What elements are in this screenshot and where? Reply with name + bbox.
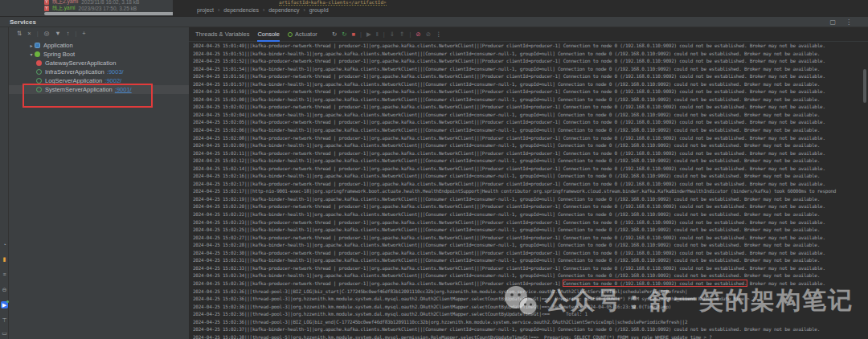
log-line: 2024-04-25 15:02:23||[kafka-producer-net… <box>193 219 866 227</box>
pom-xml-fragment: artifactId>kafka-clients</artifactId> <box>279 0 387 6</box>
expand-all-icon[interactable]: ⇅ <box>17 30 22 37</box>
spring-boot-icon <box>35 51 40 57</box>
restart-icon[interactable]: ↻ <box>332 31 337 38</box>
breadcrumb-separator-icon: › <box>263 7 264 13</box>
tree-item-log-server[interactable]: LogServerApplication :9002/ <box>9 76 189 85</box>
add-service-icon[interactable]: + <box>82 30 85 37</box>
panel-title: Services <box>10 18 36 26</box>
tab-label: Actuator <box>295 27 317 42</box>
tool-window-stripe: ◔ ▮ ≡ ⊖ ▶ ⊤ ▭ <box>0 27 9 339</box>
log-line: 2024-04-25 15:02:36||[thread-pool-3]|BIZ… <box>193 318 866 326</box>
actuator-icon <box>288 32 293 37</box>
rerun-icon[interactable]: ↻ <box>342 31 346 38</box>
view-options-icon[interactable]: ◎ <box>44 30 50 37</box>
file-row[interactable]: Y 线上.yaml 2023/9/23 17:50, 3.25 kB <box>44 5 137 12</box>
todo-icon[interactable]: ▮ <box>1 255 8 263</box>
services-tree-panel: ⇅ × | ◎ ▼ ↑ | + ▸ Application ▾ Spring B… <box>9 27 189 339</box>
log-line: 2024-04-25 15:01:51||[kafka-binder-healt… <box>193 50 866 58</box>
log-line: 2024-04-25 15:02:22||[kafka-binder-healt… <box>193 210 866 219</box>
log-line: 2024-04-25 15:01:56||[kafka-producer-net… <box>193 72 866 80</box>
log-line: 2024-04-25 15:02:34||[kafka-binder-healt… <box>193 272 866 280</box>
collapse-all-icon[interactable]: × <box>27 30 31 37</box>
tree-item-spring-boot[interactable]: ▾ Spring Boot <box>9 50 189 59</box>
scroll-up-icon[interactable]: ⇑ <box>399 31 404 38</box>
console-panel: Threads & Variables Console Actuator ↻ ↻… <box>189 27 868 339</box>
tab-threads-variables[interactable]: Threads & Variables <box>195 27 249 42</box>
filter-icon[interactable]: ▼ <box>55 30 60 37</box>
log-line: 2024-04-25 15:02:33||[kafka-producer-net… <box>193 264 866 272</box>
structure-icon[interactable]: ≡ <box>1 271 8 278</box>
log-line: 2024-04-25 15:02:14||[kafka-producer-net… <box>193 165 866 173</box>
toolbar-separator: | <box>409 31 411 38</box>
recent-files-popup: Y 线上2.yaml 2023/11/8 16:02, 3.18 kB Y 线上… <box>0 0 173 16</box>
resume-icon[interactable]: ▶ <box>366 31 371 38</box>
log-line: 2024-04-25 15:02:36||[thread-pool-3]|org… <box>193 310 866 318</box>
running-status-icon <box>36 78 42 84</box>
breadcrumb: project › dependencies › dependency › gr… <box>197 7 329 13</box>
stop-icon[interactable]: ■ <box>351 31 355 38</box>
rollup-icon[interactable]: ↑ <box>67 30 70 37</box>
vertical-scrollbar[interactable] <box>863 69 866 103</box>
port-link[interactable]: :9003/ <box>107 68 124 76</box>
pause-icon[interactable]: ‖ <box>376 31 379 38</box>
tree-item-label: InfraServerApplication <box>45 68 104 76</box>
log-line: 2024-04-25 15:02:00||[kafka-binder-healt… <box>193 96 866 104</box>
scroll-down-icon[interactable]: ⇓ <box>390 31 395 38</box>
tab-console[interactable]: Console <box>257 27 280 42</box>
tree-item-infra-server[interactable]: InfraServerApplication :9003/ <box>9 67 189 76</box>
log-line: 2024-04-25 15:02:08||[kafka-producer-net… <box>193 134 866 142</box>
profiler-icon[interactable]: ◔ <box>1 241 8 248</box>
log-line: 2024-04-25 15:02:36||[thread-pool-3]|org… <box>193 303 866 311</box>
annotation-box-log: Connection to node 0 (/192.168.0.110:909… <box>563 280 747 286</box>
toolbar-separator: | <box>360 31 362 38</box>
more-options-icon[interactable]: ⋮ <box>845 18 852 26</box>
log-line: 2024-04-25 15:02:28||[kafka-binder-healt… <box>193 241 866 249</box>
stopped-status-icon <box>36 60 42 66</box>
log-line: 2024-04-25 15:02:27||[kafka-producer-net… <box>193 234 866 242</box>
breadcrumb-item[interactable]: dependencies <box>223 7 259 13</box>
build-icon[interactable]: ⊤ <box>1 317 8 324</box>
services-toolbar: ⇅ × | ◎ ▼ ↑ | + <box>17 30 86 37</box>
port-link[interactable]: :9002/ <box>104 77 121 84</box>
chevron-down-icon[interactable]: ▾ <box>28 51 35 57</box>
tab-actuator[interactable]: Actuator <box>288 27 317 42</box>
breadcrumb-item[interactable]: groupId <box>309 7 329 13</box>
log-line: 2024-04-25 15:02:09||[kafka-binder-healt… <box>193 141 866 149</box>
log-line: 2024-04-25 15:02:05||[kafka-producer-net… <box>193 118 866 126</box>
log-line: 2024-04-25 15:02:11||[kafka-producer-net… <box>193 149 866 157</box>
log-line: 2024-04-25 15:02:02||[kafka-producer-net… <box>193 103 866 111</box>
application-icon <box>35 43 40 48</box>
log-line: 2024-04-25 15:02:36||[kafka-producer-net… <box>193 280 866 288</box>
more-icon[interactable]: ⋮ <box>436 31 442 38</box>
breadcrumb-separator-icon: › <box>218 7 219 13</box>
log-line: 2024-04-25 15:02:25||[kafka-binder-healt… <box>193 226 866 234</box>
tree-item-application[interactable]: ▸ Application <box>9 41 189 50</box>
breadcrumb-item[interactable]: dependency <box>268 7 299 13</box>
chevron-right-icon[interactable]: ▸ <box>28 43 35 48</box>
tree-item-system-server[interactable]: SystemServerApplication :9001/ <box>9 85 189 94</box>
problems-icon[interactable]: ⊖ <box>1 286 8 293</box>
horizontal-scrollbar[interactable] <box>44 12 173 15</box>
log-line: 2024-04-25 15:02:36||[thread-pool-3]|BIZ… <box>193 288 866 296</box>
log-line: 2024-04-25 15:02:17||[kafka-producer-net… <box>193 180 866 188</box>
services-icon[interactable]: ▶ <box>1 301 8 308</box>
run-toolbar: ↻ ↻ ■ | ▶ ‖ | ⇓ ⇑ | ⊘ ⊘ ⋮ <box>332 31 442 38</box>
console-tab-bar: Threads & Variables Console Actuator ↻ ↻… <box>189 27 868 42</box>
terminal-icon[interactable]: ▭ <box>1 329 8 337</box>
tree-item-label: SystemServerApplication <box>45 86 113 93</box>
tree-item-label: Application <box>43 42 73 49</box>
breadcrumb-item[interactable]: project <box>197 7 214 13</box>
tree-item-gateway-server[interactable]: GatewayServerApplication <box>9 59 189 67</box>
tree-item-label: GatewayServerApplication <box>45 59 116 67</box>
file-name: 线上.yaml <box>52 5 76 12</box>
editor-strip: artifactId>kafka-clients</artifactId> pr… <box>173 0 868 16</box>
mute-icon[interactable]: ⊘ <box>426 31 431 38</box>
ide-window: Y 线上2.yaml 2023/11/8 16:02, 3.18 kB Y 线上… <box>0 0 868 339</box>
layout-settings-icon[interactable]: ▢ <box>829 18 836 26</box>
log-line: 2024-04-25 15:02:30||[kafka-producer-net… <box>193 249 866 257</box>
log-line: 2024-04-25 15:02:37||[kafka-binder-healt… <box>193 325 866 333</box>
log-line: 2024-04-25 15:01:52||[kafka-producer-net… <box>193 57 866 65</box>
detach-icon[interactable]: ⊘ <box>416 31 420 38</box>
port-link[interactable]: :9001/ <box>115 86 132 93</box>
log-line: 2024-04-25 15:01:54||[kafka-binder-healt… <box>193 65 866 73</box>
